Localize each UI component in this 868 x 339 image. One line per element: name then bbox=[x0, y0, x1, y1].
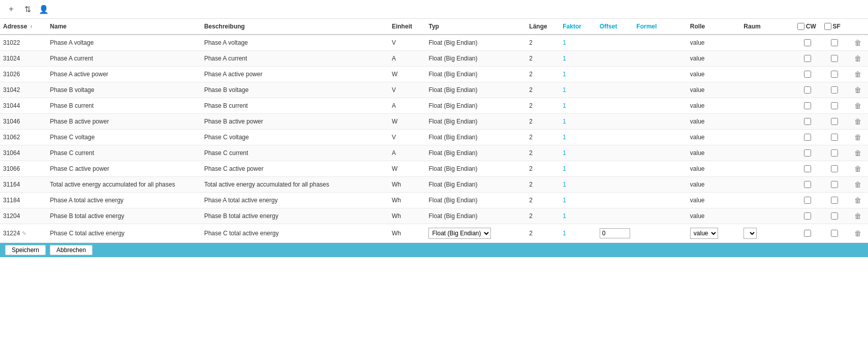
cell-sf[interactable] bbox=[821, 51, 848, 67]
cell-delete[interactable]: 🗑 bbox=[848, 98, 868, 114]
cw-header-checkbox[interactable] bbox=[797, 23, 804, 30]
cell-cw[interactable] bbox=[794, 161, 821, 177]
header-name[interactable]: Name bbox=[47, 19, 201, 35]
cell-sf[interactable] bbox=[821, 208, 848, 224]
cw-checkbox[interactable] bbox=[804, 102, 811, 109]
delete-icon[interactable]: 🗑 bbox=[854, 117, 861, 126]
cell-delete[interactable]: 🗑 bbox=[848, 224, 868, 243]
cell-delete[interactable]: 🗑 bbox=[848, 82, 868, 98]
cw-checkbox[interactable] bbox=[804, 149, 811, 157]
cell-typ[interactable]: Float (Big Endian) bbox=[425, 224, 526, 243]
delete-icon[interactable]: 🗑 bbox=[854, 39, 861, 47]
delete-icon[interactable]: 🗑 bbox=[854, 54, 861, 63]
cw-checkbox[interactable] bbox=[804, 165, 811, 172]
save-button[interactable]: Speichern bbox=[5, 245, 46, 255]
header-sf[interactable]: SF bbox=[821, 19, 848, 35]
sf-checkbox[interactable] bbox=[831, 230, 838, 237]
header-beschreibung[interactable]: Beschreibung bbox=[201, 19, 389, 35]
delete-icon[interactable]: 🗑 bbox=[854, 229, 861, 237]
sf-checkbox[interactable] bbox=[831, 149, 838, 157]
header-adresse[interactable]: Adresse ↑ bbox=[0, 19, 47, 35]
cell-cw[interactable] bbox=[794, 208, 821, 224]
delete-icon[interactable]: 🗑 bbox=[854, 212, 861, 220]
header-rolle[interactable]: Rolle bbox=[687, 19, 741, 35]
sort-button[interactable]: ⇅ bbox=[21, 3, 34, 15]
delete-icon[interactable]: 🗑 bbox=[854, 102, 861, 110]
cell-sf[interactable] bbox=[821, 67, 848, 82]
sf-checkbox[interactable] bbox=[831, 118, 838, 125]
cell-raum[interactable] bbox=[740, 224, 794, 243]
cw-checkbox[interactable] bbox=[804, 55, 811, 62]
cw-checkbox[interactable] bbox=[804, 86, 811, 94]
typ-select[interactable]: Float (Big Endian) bbox=[428, 228, 491, 239]
delete-icon[interactable]: 🗑 bbox=[854, 196, 861, 204]
cell-sf[interactable] bbox=[821, 130, 848, 145]
sf-checkbox[interactable] bbox=[831, 102, 838, 109]
add-button[interactable]: + bbox=[5, 3, 17, 15]
header-offset[interactable]: Offset bbox=[597, 19, 634, 35]
info-button[interactable]: 👤 bbox=[38, 3, 50, 15]
header-typ[interactable]: Typ bbox=[425, 19, 526, 35]
cell-sf[interactable] bbox=[821, 193, 848, 208]
cell-delete[interactable]: 🗑 bbox=[848, 51, 868, 67]
sf-checkbox[interactable] bbox=[831, 181, 838, 188]
cell-sf[interactable] bbox=[821, 35, 848, 51]
offset-input[interactable] bbox=[600, 228, 631, 238]
cell-delete[interactable]: 🗑 bbox=[848, 208, 868, 224]
delete-icon[interactable]: 🗑 bbox=[854, 133, 861, 141]
cw-checkbox[interactable] bbox=[804, 134, 811, 141]
sf-checkbox[interactable] bbox=[831, 55, 838, 62]
cell-sf[interactable] bbox=[821, 177, 848, 193]
cell-offset[interactable] bbox=[597, 224, 634, 243]
cell-cw[interactable] bbox=[794, 67, 821, 82]
cw-checkbox[interactable] bbox=[804, 39, 811, 46]
sf-header-checkbox[interactable] bbox=[824, 23, 831, 30]
delete-icon[interactable]: 🗑 bbox=[854, 86, 861, 94]
delete-icon[interactable]: 🗑 bbox=[854, 70, 861, 78]
cell-cw[interactable] bbox=[794, 114, 821, 130]
cw-checkbox[interactable] bbox=[804, 197, 811, 204]
sf-checkbox[interactable] bbox=[831, 71, 838, 78]
sf-checkbox[interactable] bbox=[831, 197, 838, 204]
header-faktor[interactable]: Faktor bbox=[560, 19, 597, 35]
cell-cw[interactable] bbox=[794, 98, 821, 114]
cell-cw[interactable] bbox=[794, 35, 821, 51]
cell-cw[interactable] bbox=[794, 82, 821, 98]
sf-checkbox[interactable] bbox=[831, 134, 838, 141]
rolle-select[interactable]: value bbox=[690, 228, 718, 239]
delete-icon[interactable]: 🗑 bbox=[854, 180, 861, 189]
raum-select[interactable] bbox=[743, 228, 757, 239]
sf-checkbox[interactable] bbox=[831, 39, 838, 46]
sf-checkbox[interactable] bbox=[831, 165, 838, 172]
cw-checkbox[interactable] bbox=[804, 212, 811, 220]
delete-icon[interactable]: 🗑 bbox=[854, 149, 861, 157]
cell-delete[interactable]: 🗑 bbox=[848, 130, 868, 145]
header-einheit[interactable]: Einheit bbox=[389, 19, 426, 35]
cell-delete[interactable]: 🗑 bbox=[848, 114, 868, 130]
cell-rolle[interactable]: value bbox=[687, 224, 741, 243]
cell-cw[interactable] bbox=[794, 130, 821, 145]
cell-delete[interactable]: 🗑 bbox=[848, 145, 868, 161]
cell-sf[interactable] bbox=[821, 224, 848, 243]
sf-checkbox[interactable] bbox=[831, 86, 838, 94]
cell-delete[interactable]: 🗑 bbox=[848, 35, 868, 51]
cell-sf[interactable] bbox=[821, 114, 848, 130]
cw-checkbox[interactable] bbox=[804, 230, 811, 237]
cell-delete[interactable]: 🗑 bbox=[848, 177, 868, 193]
cw-checkbox[interactable] bbox=[804, 71, 811, 78]
cw-checkbox[interactable] bbox=[804, 181, 811, 188]
cell-delete[interactable]: 🗑 bbox=[848, 67, 868, 82]
cell-delete[interactable]: 🗑 bbox=[848, 193, 868, 208]
cancel-button[interactable]: Abbrechen bbox=[50, 245, 92, 255]
cell-cw[interactable] bbox=[794, 145, 821, 161]
cell-cw[interactable] bbox=[794, 177, 821, 193]
cell-sf[interactable] bbox=[821, 98, 848, 114]
header-lange[interactable]: Länge bbox=[526, 19, 560, 35]
header-formel[interactable]: Formel bbox=[633, 19, 687, 35]
sf-checkbox[interactable] bbox=[831, 212, 838, 220]
edit-pencil-icon[interactable]: ✎ bbox=[22, 230, 26, 237]
cw-checkbox[interactable] bbox=[804, 118, 811, 125]
cell-cw[interactable] bbox=[794, 224, 821, 243]
cell-sf[interactable] bbox=[821, 161, 848, 177]
delete-icon[interactable]: 🗑 bbox=[854, 165, 861, 173]
